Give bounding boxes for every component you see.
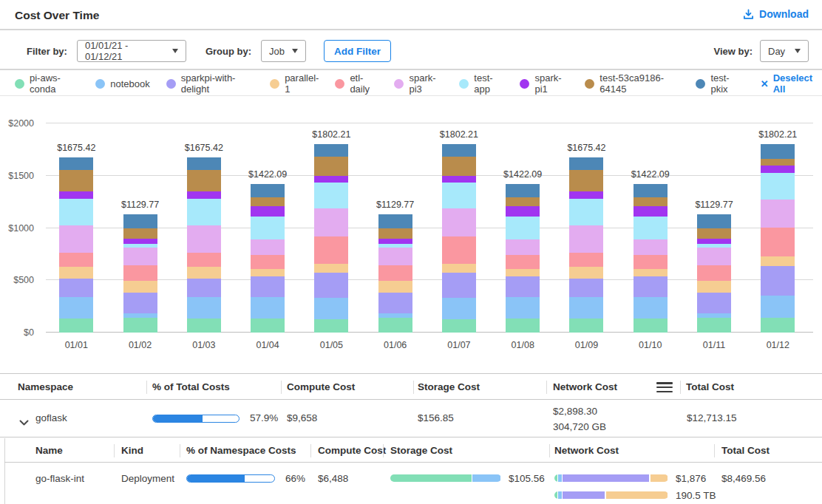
bar-segment-test-app[interactable]	[506, 217, 540, 239]
download-button[interactable]: Download	[743, 8, 809, 20]
bar-segment-spark-pi1[interactable]	[251, 206, 285, 217]
col-name[interactable]: Name	[35, 445, 63, 456]
bar-segment-notebook[interactable]	[187, 297, 221, 319]
bar-segment-parallel-1[interactable]	[634, 269, 668, 276]
bar-segment-pi-aws-conda[interactable]	[59, 319, 93, 333]
bar-segment-sparkpi-with-delight[interactable]	[442, 273, 476, 299]
bar-segment-test-app[interactable]	[314, 183, 348, 208]
bar-segment-test-53ca9186-64145[interactable]	[761, 159, 795, 165]
bar-segment-spark-pi3[interactable]	[761, 200, 795, 228]
date-range-select[interactable]: 01/01/21 - 01/12/21	[77, 40, 186, 62]
chevron-down-icon[interactable]	[19, 415, 29, 429]
bar-segment-parallel-1[interactable]	[378, 281, 412, 293]
stacked-bar-01/11[interactable]	[697, 214, 731, 333]
bar-segment-spark-pi1[interactable]	[187, 191, 221, 199]
bar-segment-parallel-1[interactable]	[187, 267, 221, 278]
bar-segment-test-53ca9186-64145[interactable]	[251, 197, 285, 206]
bar-segment-spark-pi3[interactable]	[251, 239, 285, 255]
col-compute-cost[interactable]: Compute Cost	[318, 445, 386, 456]
bar-segment-etl-daily[interactable]	[442, 236, 476, 264]
bar-segment-test-53ca9186-64145[interactable]	[123, 228, 157, 239]
bar-segment-test-pkix[interactable]	[123, 214, 157, 228]
bar-segment-pi-aws-conda[interactable]	[569, 319, 603, 333]
bar-segment-spark-pi1[interactable]	[697, 239, 731, 244]
bar-segment-pi-aws-conda[interactable]	[442, 319, 476, 333]
bar-segment-spark-pi3[interactable]	[442, 208, 476, 236]
bar-segment-spark-pi3[interactable]	[506, 239, 540, 255]
deselect-all-button[interactable]: ✕ Deselect All	[761, 72, 822, 95]
bar-segment-sparkpi-with-delight[interactable]	[123, 293, 157, 313]
bar-segment-pi-aws-conda[interactable]	[314, 319, 348, 333]
col-compute-cost[interactable]: Compute Cost	[287, 381, 355, 392]
bar-segment-spark-pi3[interactable]	[569, 225, 603, 253]
legend-item-spark-pi1[interactable]: spark-pi1	[520, 72, 568, 95]
bar-segment-etl-daily[interactable]	[761, 228, 795, 257]
bar-segment-etl-daily[interactable]	[251, 255, 285, 269]
col-pct-total[interactable]: % of Total Costs	[152, 381, 230, 392]
bar-segment-etl-daily[interactable]	[59, 253, 93, 268]
add-filter-button[interactable]: Add Filter	[324, 40, 391, 62]
col-total-cost[interactable]: Total Cost	[721, 445, 770, 456]
bar-segment-spark-pi1[interactable]	[506, 206, 540, 217]
bar-segment-sparkpi-with-delight[interactable]	[187, 279, 221, 297]
bar-segment-test-53ca9186-64145[interactable]	[378, 228, 412, 239]
bar-segment-spark-pi1[interactable]	[123, 239, 157, 244]
bar-segment-spark-pi3[interactable]	[314, 208, 348, 236]
bar-segment-sparkpi-with-delight[interactable]	[314, 273, 348, 299]
stacked-bar-01/08[interactable]	[506, 184, 540, 333]
stacked-bar-01/05[interactable]	[314, 144, 348, 333]
bar-segment-test-app[interactable]	[569, 199, 603, 225]
bar-segment-spark-pi3[interactable]	[697, 248, 731, 265]
stacked-bar-01/10[interactable]	[634, 184, 668, 333]
bar-segment-pi-aws-conda[interactable]	[123, 318, 157, 333]
col-total-cost[interactable]: Total Cost	[686, 381, 734, 392]
col-namespace[interactable]: Namespace	[18, 381, 73, 392]
bar-segment-parallel-1[interactable]	[569, 267, 603, 278]
bar-segment-parallel-1[interactable]	[442, 264, 476, 273]
bar-segment-notebook[interactable]	[251, 297, 285, 319]
legend-item-pi-aws-conda[interactable]: pi-aws-conda	[15, 72, 79, 95]
bar-segment-etl-daily[interactable]	[697, 265, 731, 281]
bar-segment-test-pkix[interactable]	[506, 184, 540, 197]
stacked-bar-01/03[interactable]	[187, 157, 221, 333]
bar-segment-test-53ca9186-64145[interactable]	[634, 197, 668, 206]
bar-segment-test-53ca9186-64145[interactable]	[59, 170, 93, 191]
view-by-select[interactable]: Day	[760, 40, 809, 62]
bar-segment-spark-pi1[interactable]	[569, 191, 603, 199]
bar-segment-parallel-1[interactable]	[506, 269, 540, 276]
legend-item-etl-daily[interactable]: etl-daily	[335, 72, 378, 95]
bar-segment-spark-pi3[interactable]	[123, 248, 157, 265]
bar-segment-test-app[interactable]	[442, 183, 476, 208]
bar-segment-test-pkix[interactable]	[314, 144, 348, 157]
col-kind[interactable]: Kind	[121, 445, 143, 456]
bar-segment-spark-pi1[interactable]	[634, 206, 668, 217]
bar-segment-spark-pi3[interactable]	[59, 225, 93, 253]
bar-segment-parallel-1[interactable]	[761, 256, 795, 266]
col-storage-cost[interactable]: Storage Cost	[418, 381, 480, 392]
bar-segment-test-53ca9186-64145[interactable]	[187, 170, 221, 191]
bar-segment-test-53ca9186-64145[interactable]	[697, 228, 731, 239]
bar-segment-notebook[interactable]	[761, 296, 795, 318]
bar-segment-notebook[interactable]	[314, 298, 348, 319]
bar-segment-test-app[interactable]	[761, 173, 795, 199]
col-network-cost[interactable]: Network Cost	[553, 381, 617, 392]
bar-segment-spark-pi1[interactable]	[378, 239, 412, 244]
bar-segment-pi-aws-conda[interactable]	[634, 319, 668, 333]
bar-segment-etl-daily[interactable]	[634, 255, 668, 269]
bar-segment-pi-aws-conda[interactable]	[378, 318, 412, 333]
bar-segment-sparkpi-with-delight[interactable]	[59, 279, 93, 297]
bar-segment-notebook[interactable]	[442, 298, 476, 319]
legend-item-test-app[interactable]: test-app	[459, 72, 503, 95]
legend-item-spark-pi3[interactable]: spark-pi3	[394, 72, 443, 95]
col-storage-cost[interactable]: Storage Cost	[390, 445, 452, 456]
bar-segment-test-pkix[interactable]	[569, 157, 603, 170]
bar-segment-pi-aws-conda[interactable]	[506, 319, 540, 333]
bar-segment-parallel-1[interactable]	[59, 267, 93, 278]
bar-segment-etl-daily[interactable]	[506, 255, 540, 269]
bar-segment-test-53ca9186-64145[interactable]	[506, 197, 540, 206]
bar-segment-notebook[interactable]	[506, 297, 540, 319]
column-menu-icon[interactable]	[656, 382, 673, 392]
bar-segment-spark-pi3[interactable]	[634, 239, 668, 255]
col-network-cost[interactable]: Network Cost	[554, 445, 619, 456]
bar-segment-parallel-1[interactable]	[314, 264, 348, 273]
